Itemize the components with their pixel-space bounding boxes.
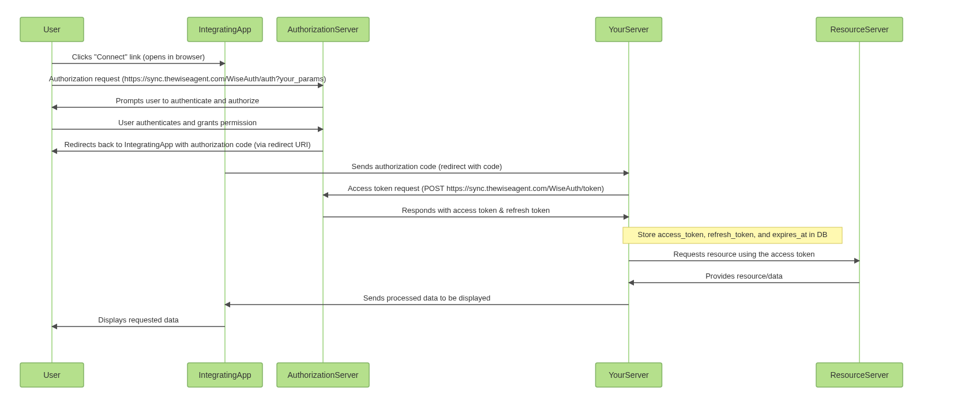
message-label: Prompts user to authenticate and authori…: [116, 96, 260, 105]
note-text: Store access_token, refresh_token, and e…: [638, 230, 828, 239]
message-label: Authorization request (https://sync.thew…: [49, 74, 326, 83]
participant-label-your: YourServer: [609, 370, 649, 380]
participant-label-user: User: [43, 25, 61, 34]
message-label: User authenticates and grants permission: [118, 118, 257, 127]
message-label: Sends processed data to be displayed: [363, 294, 490, 302]
message-label: Displays requested data: [98, 316, 179, 324]
message-label: Requests resource using the access token: [674, 250, 815, 258]
participant-label-app: IntegratingApp: [198, 370, 251, 380]
message-label: Responds with access token & refresh tok…: [402, 206, 550, 215]
message-label: Clicks "Connect" link (opens in browser): [72, 52, 205, 61]
message-label: Provides resource/data: [705, 272, 783, 280]
participant-label-your: YourServer: [609, 25, 649, 34]
message-label: Sends authorization code (redirect with …: [352, 162, 502, 171]
participant-label-auth: AuthorizationServer: [288, 370, 359, 380]
participant-label-res: ResourceServer: [830, 25, 888, 34]
message-label: Redirects back to IntegratingApp with au…: [64, 140, 310, 149]
participant-label-auth: AuthorizationServer: [288, 25, 359, 34]
participant-label-app: IntegratingApp: [198, 25, 251, 34]
participant-label-user: User: [43, 370, 61, 380]
participant-label-res: ResourceServer: [830, 370, 888, 380]
message-label: Access token request (POST https://sync.…: [348, 184, 604, 193]
sequence-diagram: UserIntegratingAppAuthorizationServerYou…: [0, 0, 980, 404]
